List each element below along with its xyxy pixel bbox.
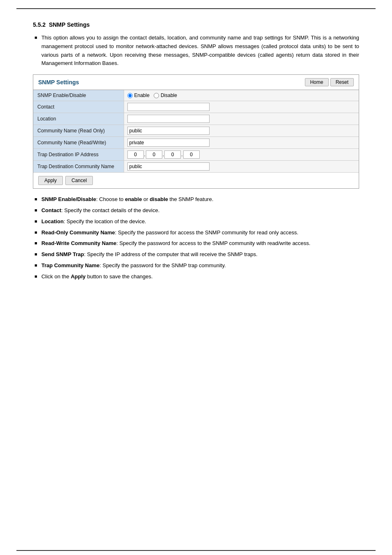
- table-row: Community Name (Read Only): [33, 125, 359, 137]
- disable-radio-label[interactable]: Disable: [154, 92, 177, 98]
- row-value-community-read: [124, 125, 359, 137]
- desc-text: Read-Write Community Name: Specify the p…: [42, 239, 311, 248]
- table-row: Community Name (Read/Write): [33, 137, 359, 149]
- bullet-icon: ■: [35, 250, 37, 259]
- list-item: ■ Contact: Specify the contact details o…: [33, 206, 359, 215]
- row-label-community-readwrite: Community Name (Read/Write): [33, 137, 124, 149]
- location-input[interactable]: [127, 115, 210, 123]
- row-label-contact: Contact: [33, 101, 124, 113]
- list-item: ■ Trap Community Name: Specify the passw…: [33, 261, 359, 270]
- reset-button[interactable]: Reset: [330, 78, 354, 86]
- community-readwrite-input[interactable]: [127, 139, 210, 147]
- panel-title: SNMP Settings: [38, 79, 79, 86]
- bullet-icon: ■: [35, 239, 37, 248]
- apply-button[interactable]: Apply: [38, 176, 63, 185]
- row-label-enable-disable: SNMP Enable/Disable: [33, 90, 124, 101]
- ip-octet-1[interactable]: [127, 150, 144, 159]
- bullet-icon: ■: [35, 229, 37, 237]
- desc-text: Send SNMP Trap: Specify the IP address o…: [42, 250, 258, 259]
- header-buttons: Home Reset: [305, 78, 354, 86]
- section-title-text: SNMP Settings: [49, 21, 90, 28]
- snmp-panel: SNMP Settings Home Reset SNMP Enable/Dis…: [33, 74, 359, 189]
- form-footer: Apply Cancel: [33, 172, 359, 188]
- contact-input[interactable]: [127, 103, 210, 111]
- row-label-community-read: Community Name (Read Only): [33, 125, 124, 137]
- panel-header: SNMP Settings Home Reset: [33, 75, 359, 90]
- list-item: ■ Location: Specify the location of the …: [33, 217, 359, 226]
- desc-text: Read-Only Community Name: Specify the pa…: [42, 229, 298, 237]
- list-item: ■ Read-Write Community Name: Specify the…: [33, 239, 359, 248]
- ip-octet-2[interactable]: [146, 150, 162, 159]
- trap-community-input[interactable]: [127, 162, 210, 171]
- row-value-enable-disable: Enable Disable: [124, 90, 359, 101]
- bullet-icon: ■: [35, 34, 37, 68]
- footer-border: [16, 550, 376, 551]
- desc-text: Trap Community Name: Specify the passwor…: [42, 261, 226, 270]
- row-value-trap-community: [124, 161, 359, 173]
- row-value-trap-ip: . . .: [124, 149, 359, 161]
- desc-text: SNMP Enable/Disable: Choose to enable or…: [42, 195, 214, 204]
- bullet-icon: ■: [35, 195, 37, 204]
- enable-disable-radio-group: Enable Disable: [127, 92, 356, 98]
- ip-octet-4[interactable]: [183, 150, 200, 159]
- main-content: 5.5.2 SNMP Settings ■ This option allows…: [0, 9, 392, 300]
- table-row: Trap Destination Community Name: [33, 161, 359, 173]
- home-button[interactable]: Home: [305, 78, 329, 86]
- list-item: ■ SNMP Enable/Disable: Choose to enable …: [33, 195, 359, 204]
- table-row: Location: [33, 113, 359, 125]
- bullet-icon: ■: [35, 273, 37, 281]
- enable-radio-label[interactable]: Enable: [127, 92, 150, 98]
- table-row: Trap Destination IP Address . . .: [33, 149, 359, 161]
- row-value-location: [124, 113, 359, 125]
- intro-text: This option allows you to assign the con…: [42, 34, 359, 68]
- section-number: 5.5.2: [33, 21, 46, 28]
- disable-label-text: Disable: [161, 92, 177, 98]
- list-item: ■ Click on the Apply button to save the …: [33, 273, 359, 281]
- cancel-button[interactable]: Cancel: [65, 176, 93, 185]
- snmp-table: SNMP Enable/Disable Enable Disable: [33, 90, 359, 172]
- ip-octet-3[interactable]: [164, 150, 181, 159]
- enable-label-text: Enable: [134, 92, 150, 98]
- desc-text: Contact: Specify the contact details of …: [42, 206, 160, 215]
- list-item: ■ Send SNMP Trap: Specify the IP address…: [33, 250, 359, 259]
- ip-input-group: . . .: [127, 150, 356, 159]
- bullet-icon: ■: [35, 261, 37, 270]
- list-item: ■ Read-Only Community Name: Specify the …: [33, 229, 359, 237]
- row-label-trap-ip: Trap Destination IP Address: [33, 149, 124, 161]
- description-list: ■ SNMP Enable/Disable: Choose to enable …: [33, 195, 359, 281]
- page-wrapper: 5.5.2 SNMP Settings ■ This option allows…: [0, 8, 392, 555]
- row-label-location: Location: [33, 113, 124, 125]
- table-row: SNMP Enable/Disable Enable Disable: [33, 90, 359, 101]
- desc-text: Click on the Apply button to save the ch…: [42, 273, 153, 281]
- disable-radio[interactable]: [154, 93, 159, 98]
- row-value-community-readwrite: [124, 137, 359, 149]
- row-value-contact: [124, 101, 359, 113]
- intro-bullet: ■ This option allows you to assign the c…: [33, 34, 359, 68]
- row-label-trap-community: Trap Destination Community Name: [33, 161, 124, 173]
- desc-text: Location: Specify the location of the de…: [42, 217, 146, 226]
- bullet-icon: ■: [35, 217, 37, 226]
- enable-radio[interactable]: [127, 93, 133, 98]
- section-title: 5.5.2 SNMP Settings: [33, 21, 359, 28]
- bullet-icon: ■: [35, 206, 37, 215]
- community-read-input[interactable]: [127, 127, 210, 135]
- table-row: Contact: [33, 101, 359, 113]
